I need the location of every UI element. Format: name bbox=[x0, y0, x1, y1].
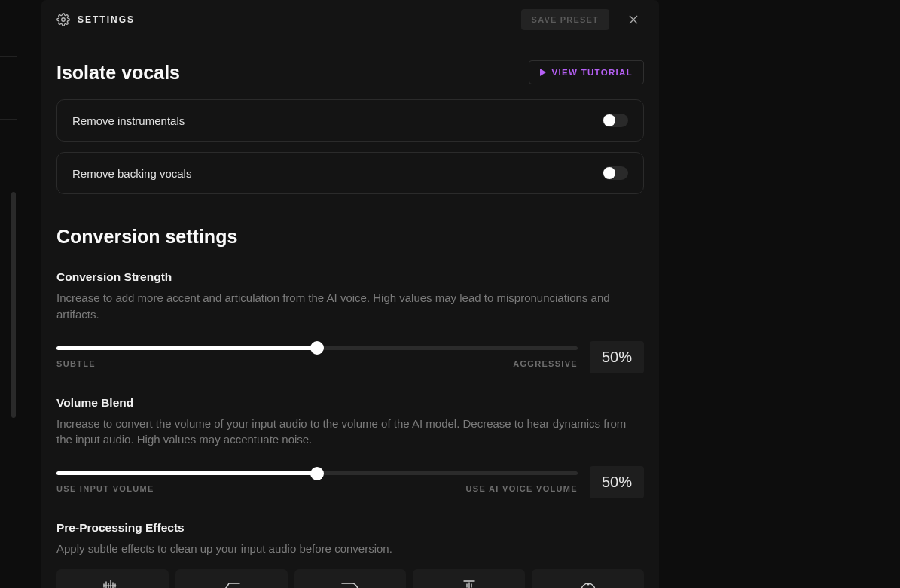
volume-blend-value: 50% bbox=[590, 466, 644, 498]
conversion-strength-slider-wrap: SUBTLE AGGRESSIVE bbox=[56, 346, 578, 368]
toggle-label: Remove instrumentals bbox=[72, 114, 185, 127]
toggle-label: Remove backing vocals bbox=[72, 167, 191, 180]
svg-point-0 bbox=[62, 18, 66, 22]
play-icon bbox=[540, 69, 546, 76]
isolate-vocals-header: Isolate vocals VIEW TUTORIAL bbox=[56, 60, 644, 84]
effect-cut-rumble[interactable]: Cut Rumble bbox=[175, 569, 288, 588]
conversion-strength-slider[interactable] bbox=[56, 346, 578, 350]
toggle-remove-instrumentals: Remove instrumentals bbox=[56, 99, 644, 142]
cut-harshness-icon bbox=[340, 579, 360, 588]
panel-title: SETTINGS bbox=[78, 14, 514, 25]
close-button[interactable] bbox=[623, 9, 644, 30]
conversion-strength-title: Conversion Strength bbox=[56, 270, 644, 284]
cut-noise-icon bbox=[102, 579, 122, 588]
panel-header: SETTINGS SAVE PRESET bbox=[41, 0, 659, 39]
cut-rumble-icon bbox=[221, 579, 241, 588]
preprocessing-desc: Apply subtle effects to clean up your in… bbox=[56, 541, 629, 557]
effect-cut-harshness[interactable]: Cut Harshness bbox=[294, 569, 407, 588]
view-tutorial-button[interactable]: VIEW TUTORIAL bbox=[529, 60, 644, 84]
volume-blend-slider-wrap: USE INPUT VOLUME USE AI VOICE VOLUME bbox=[56, 471, 578, 493]
slider-labels: USE INPUT VOLUME USE AI VOICE VOLUME bbox=[56, 484, 578, 493]
effect-cut-noise[interactable]: Cut Noise bbox=[56, 569, 169, 588]
panel-content: Isolate vocals VIEW TUTORIAL Remove inst… bbox=[41, 60, 659, 588]
conversion-strength-desc: Increase to add more accent and articula… bbox=[56, 290, 629, 323]
effect-pitch-correction[interactable]: Pitch Correction bbox=[532, 569, 644, 588]
svg-point-15 bbox=[587, 583, 589, 585]
pitch-correction-icon bbox=[578, 579, 598, 588]
preprocessing-block: Pre-Processing Effects Apply subtle effe… bbox=[56, 521, 644, 588]
close-icon bbox=[627, 14, 639, 26]
divider bbox=[0, 56, 17, 57]
isolate-vocals-title: Isolate vocals bbox=[56, 62, 180, 84]
slider-max-label: USE AI VOICE VOLUME bbox=[466, 484, 578, 493]
view-tutorial-label: VIEW TUTORIAL bbox=[552, 68, 633, 77]
slider-thumb[interactable] bbox=[310, 467, 324, 480]
gear-icon bbox=[56, 13, 70, 26]
save-preset-button[interactable]: SAVE PRESET bbox=[521, 9, 609, 30]
volume-blend-block: Volume Blend Increase to convert the vol… bbox=[56, 396, 644, 499]
effects-row: Cut Noise Cut Rumble bbox=[56, 569, 644, 588]
toggle-remove-backing-vocals: Remove backing vocals bbox=[56, 152, 644, 194]
slider-fill bbox=[56, 346, 317, 350]
remove-instrumentals-toggle[interactable] bbox=[603, 114, 628, 127]
volume-blend-title: Volume Blend bbox=[56, 396, 644, 410]
volume-blend-desc: Increase to convert the volume of your i… bbox=[56, 416, 629, 449]
divider bbox=[0, 119, 17, 120]
volume-blend-slider[interactable] bbox=[56, 471, 578, 475]
conversion-strength-block: Conversion Strength Increase to add more… bbox=[56, 270, 644, 373]
remove-backing-vocals-toggle[interactable] bbox=[603, 166, 628, 180]
slider-fill bbox=[56, 471, 317, 475]
conversion-settings-title: Conversion settings bbox=[56, 226, 644, 248]
conversion-strength-value: 50% bbox=[590, 341, 644, 373]
preprocessing-title: Pre-Processing Effects bbox=[56, 521, 644, 535]
sidebar-scrollbar[interactable] bbox=[11, 192, 16, 418]
smooth-volume-icon bbox=[459, 579, 479, 588]
volume-blend-slider-row: USE INPUT VOLUME USE AI VOICE VOLUME 50% bbox=[56, 466, 644, 498]
sidebar-stub bbox=[0, 0, 17, 588]
toggle-knob bbox=[603, 167, 615, 179]
slider-min-label: SUBTLE bbox=[56, 359, 96, 368]
conversion-settings-section: Conversion settings Conversion Strength … bbox=[56, 226, 644, 588]
effect-smooth-volume[interactable]: Smooth Volume bbox=[413, 569, 525, 588]
slider-max-label: AGGRESSIVE bbox=[513, 359, 578, 368]
slider-labels: SUBTLE AGGRESSIVE bbox=[56, 359, 578, 368]
slider-thumb[interactable] bbox=[310, 341, 324, 355]
settings-panel: SETTINGS SAVE PRESET Isolate vocals VIEW… bbox=[41, 0, 659, 588]
toggle-knob bbox=[603, 114, 615, 126]
conversion-strength-slider-row: SUBTLE AGGRESSIVE 50% bbox=[56, 341, 644, 373]
slider-min-label: USE INPUT VOLUME bbox=[56, 484, 154, 493]
